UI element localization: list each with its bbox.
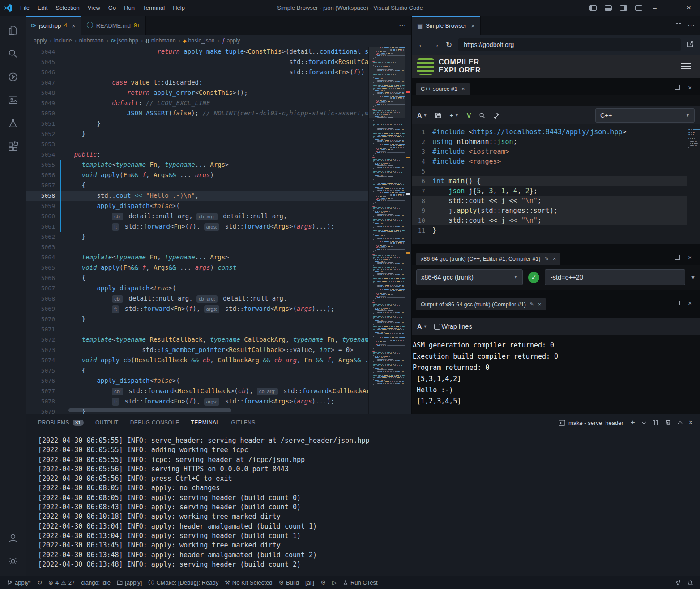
maximize-pane-icon[interactable] [675, 301, 680, 305]
cmake-build-item[interactable]: ⚙ Build [275, 576, 302, 589]
run-ctest-item[interactable]: Run CTest [340, 576, 381, 589]
settings-icon[interactable] [2, 550, 24, 573]
compiler-pane-tab[interactable]: x86-64 gcc (trunk) (C++, Editor #1, Comp… [416, 253, 560, 265]
breadcrumb-item[interactable]: C+json.hpp [111, 38, 138, 44]
code-line[interactable]: 5066 { [26, 273, 368, 283]
toggle-sidebar-icon[interactable] [589, 5, 597, 11]
breadcrumb-item[interactable]: nlohmann [79, 38, 104, 44]
menu-run[interactable]: Run [120, 0, 139, 16]
code-line[interactable]: 5074 void apply_cb(ResultCallback && cb,… [26, 355, 368, 365]
split-terminal-icon[interactable] [653, 420, 658, 425]
code-line[interactable]: 3#include <iostream> [412, 147, 687, 157]
compiler-output[interactable]: ASM generation compiler returned: 0Execu… [412, 335, 700, 414]
rename-pane-icon[interactable]: ✎ [530, 301, 534, 307]
font-size-button[interactable]: A▼ [417, 112, 427, 119]
panel-tab-terminal[interactable]: TERMINAL [191, 414, 220, 431]
code-line[interactable]: 4#include <ranges> [412, 157, 687, 166]
terminal-dropdown-icon[interactable] [641, 420, 646, 424]
minimize-button[interactable]: – [647, 0, 662, 16]
code-line[interactable]: 5052 } [26, 129, 368, 139]
code-line[interactable]: 5062 } [26, 232, 368, 242]
customize-layout-icon[interactable] [635, 5, 642, 11]
options-dropdown-icon[interactable]: ▼ [691, 275, 696, 280]
build-target-item[interactable]: [all] [302, 576, 317, 589]
clangd-status-item[interactable]: clangd: idle [78, 576, 114, 589]
code-line[interactable]: 2using nlohmann::json; [412, 137, 687, 147]
breadcrumb-item[interactable]: ƒapply [222, 38, 240, 44]
editor-more-actions-icon[interactable]: ⋯ [399, 21, 406, 30]
feedback-item[interactable] [672, 580, 684, 585]
close-pane-icon[interactable]: × [553, 255, 556, 262]
code-line[interactable]: 5064 template<typename Fn, typename... A… [26, 252, 368, 263]
testing-icon[interactable] [2, 112, 24, 135]
split-editor-icon[interactable] [676, 23, 681, 28]
ce-code[interactable]: 1#include <https://localhost:8443/apply/… [412, 127, 687, 244]
code-line[interactable]: 5070 } [26, 314, 368, 324]
close-pane-icon[interactable]: × [688, 84, 692, 91]
code-line[interactable]: 1#include <https://localhost:8443/apply/… [412, 127, 687, 137]
code-line[interactable]: 5061 f: std::forward<Fn>(f), args: std::… [26, 221, 368, 232]
close-pane-icon[interactable]: × [461, 85, 465, 92]
code-line[interactable]: 5071 [26, 324, 368, 335]
panel-tab-debug-console[interactable]: DEBUG CONSOLE [130, 414, 179, 431]
language-select[interactable]: C++▼ [595, 108, 695, 123]
wrap-lines-checkbox[interactable]: Wrap lines [434, 323, 472, 330]
toggle-panel-icon[interactable] [605, 5, 612, 11]
menu-go[interactable]: Go [104, 0, 120, 16]
menu-terminal[interactable]: Terminal [139, 0, 169, 16]
source-pane-tab[interactable]: C++ source #1 × [416, 83, 470, 95]
cmake-status-item[interactable]: ⓘ CMake: [Debug]: Ready [145, 576, 222, 589]
menu-view[interactable]: View [84, 0, 104, 16]
code-line[interactable]: 5076 apply_dispatch<false>( [26, 376, 368, 386]
new-terminal-button[interactable]: + [631, 418, 635, 427]
menu-selection[interactable]: Selection [51, 0, 83, 16]
maximize-button[interactable] [664, 0, 679, 16]
font-size-button[interactable]: A▼ [417, 323, 427, 330]
explorer-icon[interactable] [2, 19, 24, 42]
launch-item[interactable]: ▷ [329, 576, 340, 589]
menu-help[interactable]: Help [169, 0, 189, 16]
panel-tab-gitlens[interactable]: GITLENS [231, 414, 255, 431]
code-line[interactable]: 11} [412, 225, 687, 235]
code-line[interactable]: 5075 { [26, 365, 368, 376]
ce-source-editor[interactable]: 1#include <https://localhost:8443/apply/… [412, 124, 700, 244]
back-icon[interactable]: ← [418, 40, 426, 49]
breadcrumb-item[interactable]: apply [34, 38, 47, 44]
code-line[interactable]: 7 json j{5, 3, 1, 4, 2}; [412, 186, 687, 196]
code-line[interactable]: 5072 template<typename ResultCallback, t… [26, 335, 368, 345]
maximize-pane-icon[interactable] [675, 85, 680, 90]
editor-code[interactable]: 5044 return apply_make_tuple<ConstThis>(… [26, 47, 368, 414]
cmake-kit-item[interactable]: ⚒ No Kit Selected [222, 576, 275, 589]
code-line[interactable]: 5056 void apply(Fn&& f, Args&& ... args) [26, 170, 368, 180]
code-line[interactable]: 5054 public: [26, 149, 368, 160]
terminal-output[interactable]: [2022-04-30 06:05:55] INFO: serve_header… [26, 431, 700, 576]
tab-readme-md[interactable]: ⓘ README.md 9+ [81, 16, 146, 35]
code-line[interactable]: 5050 JSON_ASSERT(false); // NOLINT(cert-… [26, 108, 368, 119]
preview-icon[interactable] [2, 89, 24, 112]
minimap[interactable] [368, 47, 405, 414]
pin-icon[interactable] [493, 112, 499, 119]
code-line[interactable]: 5049 default: // LCOV_EXCL_LINE [26, 98, 368, 108]
code-line[interactable]: 5060 cb: detail::null_arg, cb_arg: detai… [26, 211, 368, 221]
compiler-explorer-logo-icon[interactable] [417, 58, 434, 75]
code-line[interactable]: 5063 [26, 242, 368, 252]
code-line[interactable]: 5078 f: std::forward<Fn>(f), args: std::… [26, 396, 368, 407]
maximize-panel-icon[interactable] [678, 421, 682, 426]
code-editor[interactable]: 5044 return apply_make_tuple<ConstThis>(… [26, 47, 411, 414]
menu-edit[interactable]: Edit [34, 0, 51, 16]
problems-item[interactable]: ⊗4 ⚠27 [45, 576, 78, 589]
code-line[interactable]: 5067 apply_dispatch<true>( [26, 283, 368, 293]
code-line[interactable]: 5055 template<typename Fn, typename... A… [26, 160, 368, 170]
kill-terminal-icon[interactable] [665, 419, 671, 427]
code-line[interactable]: 5069 f: std::forward<Fn>(f), args: std::… [26, 304, 368, 314]
breadcrumb-item[interactable]: ◆basic_json [183, 38, 215, 44]
code-line[interactable]: 5044 return apply_make_tuple<ConstThis>(… [26, 47, 368, 57]
breadcrumb-item[interactable]: include [54, 38, 72, 44]
code-line[interactable]: 5053 [26, 139, 368, 149]
sync-changes-item[interactable]: ↻ [34, 576, 45, 589]
output-pane-tab[interactable]: Output of x86-64 gcc (trunk) (Compiler #… [416, 298, 546, 310]
code-line[interactable]: 5051 } [26, 119, 368, 129]
code-line[interactable]: 5048 return apply_error<ConstThis>(); [26, 88, 368, 98]
close-panel-icon[interactable]: × [689, 419, 693, 427]
browser-more-actions-icon[interactable]: ⋯ [687, 21, 695, 30]
